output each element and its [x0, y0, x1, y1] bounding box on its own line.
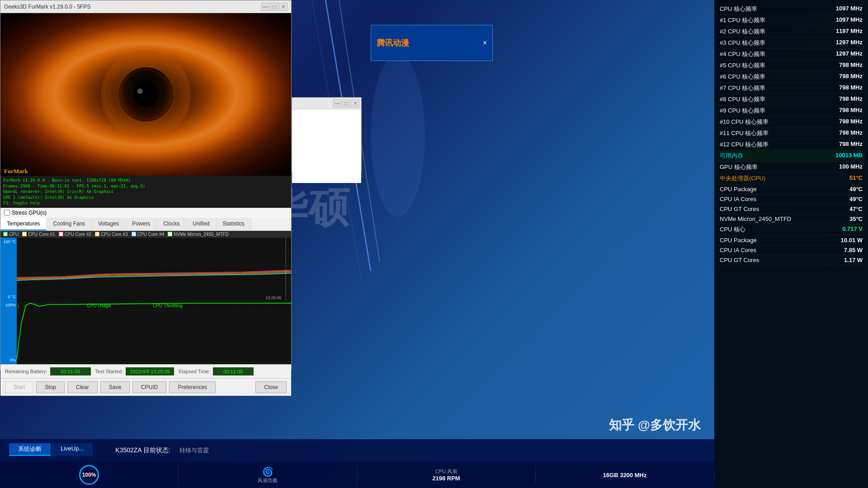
tab-voltages[interactable]: Voltages: [92, 218, 126, 230]
battery-field: Remaining Battery: 03:51:58: [5, 367, 91, 375]
hw-row-cpu6: #6 CPU 核心频率 798 MHz: [717, 71, 865, 83]
test-started-label: Test Started:: [95, 369, 123, 374]
fan-icon-col: 🌀 风扇负载: [179, 465, 357, 486]
hw-value-cpu9: 798 MHz: [839, 107, 863, 115]
temp-chart-svg: 50 49 35 13:29:06: [17, 238, 291, 301]
temp-chart-wrapper: 100 °C 0 °C: [0, 238, 291, 301]
hw-value-cpu8: 798 MHz: [839, 95, 863, 103]
furmark-minimize-btn[interactable]: —: [261, 3, 269, 11]
hw-row-gpu-freq: GPU 核心频率 100 MHz: [717, 162, 865, 173]
legend-core1-cb[interactable]: ✓: [22, 232, 27, 236]
tab-cooling-fans[interactable]: Cooling Fans: [47, 218, 92, 230]
bottom-fan-row: 100% 🌀 风扇负载 CPU 风扇 2198 RPM 16GB 3200 MH…: [0, 462, 714, 488]
legend-core4-label: CPU Core #4: [137, 232, 164, 237]
hw-row-cpu5: #5 CPU 核心频率 798 MHz: [717, 60, 865, 71]
fan-pct-circle: 100%: [79, 465, 99, 485]
furmark-maximize-btn[interactable]: □: [270, 3, 278, 11]
usage-chart-svg: CPU Usage | CPU Throttling 100% 0%: [17, 301, 291, 364]
stress-checkbox[interactable]: [4, 210, 10, 216]
svg-text:13:29:06: 13:29:06: [265, 296, 281, 300]
legend-nvme-label: NVMe Micron_2450_MTFD: [174, 232, 229, 237]
hw-row-mem: 可用内存 10013 MB: [717, 150, 865, 162]
hw-label-gt-temp: CPU GT Cores: [720, 206, 759, 212]
stress-label: Stress GPU(s): [12, 210, 47, 216]
clear-button[interactable]: Clear: [67, 381, 98, 393]
legend-core2: ✓ CPU Core #2: [59, 232, 91, 237]
legend-core2-cb[interactable]: ✓: [59, 232, 63, 236]
hw-value-cpu5: 798 MHz: [839, 61, 863, 70]
stop-button[interactable]: Stop: [36, 381, 65, 393]
tab-powers[interactable]: Powers: [126, 218, 157, 230]
legend-core2-label: CPU Core #2: [65, 232, 91, 237]
hw-value-cpu-v: 0.717 V: [842, 225, 863, 234]
legend-nvme-cb[interactable]: ✓: [168, 232, 172, 236]
legend-core4-cb[interactable]: ✓: [132, 232, 136, 236]
legend-cpu-cb[interactable]: ✓: [3, 232, 8, 236]
fan-load-label: 风扇负载: [258, 477, 278, 484]
hw-label-cpu-v: CPU 核心: [720, 225, 745, 234]
small-content: [292, 109, 361, 183]
tab-unified[interactable]: Unified: [186, 218, 216, 230]
legend-cpu: ✓ CPU: [3, 232, 19, 237]
hw-value-nvme-temp: 35°C: [849, 216, 863, 222]
tab-clocks[interactable]: Clocks: [157, 218, 186, 230]
hw-row-pkg-temp: CPU Package 49°C: [717, 184, 865, 194]
hw-row-cpu12: #12 CPU 核心频率 798 MHz: [717, 139, 865, 150]
legend-core3-cb[interactable]: ✓: [95, 232, 99, 236]
preferences-button[interactable]: Preferences: [169, 381, 216, 393]
furmark-info-line4: GPU 1 (default): Intel(R) Xe Graphics: [3, 195, 288, 201]
tab-bar: Temperatures Cooling Fans Voltages Power…: [0, 218, 291, 231]
hw-row-pkg-w: CPU Package 10.01 W: [717, 235, 865, 245]
furmark-info-line2: Frames:2966 - Time:00:11:01 - FPS:5 (min…: [3, 183, 288, 189]
legend-core3: ✓ CPU Core #3: [95, 232, 127, 237]
battery-value: 03:51:58: [50, 367, 91, 375]
hw-value-cpu-freq: 1097 MHz: [836, 5, 863, 13]
hw-row-cpu7: #7 CPU 核心频率 798 MHz: [717, 83, 865, 94]
legend-nvme: ✓ NVMe Micron_2450_MTFD: [168, 232, 229, 237]
elapsed-label: Elapsed Time:: [179, 369, 210, 374]
liveup-tab[interactable]: LiveUp...: [52, 443, 93, 456]
cpuid-button[interactable]: CPUID: [132, 381, 166, 393]
small-maximize[interactable]: □: [342, 99, 350, 108]
hw-label-cpu5: #5 CPU 核心频率: [720, 61, 765, 70]
save-button[interactable]: Save: [100, 381, 130, 393]
hw-label-cpu1: #1 CPU 核心频率: [720, 16, 765, 24]
cpu-fan-col: CPU 风扇 2198 RPM: [357, 466, 536, 483]
zhihu-watermark: 知乎 @多饮开水: [609, 417, 701, 434]
fan-pct-col: 100%: [0, 463, 179, 487]
mem-col: 16GB 3200 MHz: [536, 470, 714, 480]
hw-row-cpu-v: CPU 核心 0.717 V: [717, 224, 865, 235]
tencent-close-btn[interactable]: ×: [483, 39, 487, 47]
svg-point-8: [137, 89, 143, 94]
tab-temperatures[interactable]: Temperatures: [0, 218, 47, 230]
hw-label-cpu9: #9 CPU 核心频率: [720, 107, 765, 115]
start-button[interactable]: Start: [5, 381, 33, 393]
usage-y-max: 100%: [1, 303, 16, 307]
battery-label: Remaining Battery:: [5, 369, 47, 374]
legend-core3-label: CPU Core #3: [101, 232, 127, 237]
hw-label-cpu7: #7 CPU 核心频率: [720, 84, 765, 92]
small-close[interactable]: ×: [351, 99, 359, 108]
hw-value-cpu11: 798 MHz: [839, 129, 863, 137]
small-minimize[interactable]: —: [333, 99, 341, 108]
tab-statistics[interactable]: Statistics: [217, 218, 251, 230]
hw-value-mem: 10013 MB: [835, 152, 863, 160]
svg-text:|: |: [18, 303, 19, 308]
hw-label-mem: 可用内存: [720, 152, 743, 160]
svg-rect-10: [17, 238, 291, 301]
furmark-info-line3: OpenGL renderer: Intel(R) Iris(R) Xe Gra…: [3, 189, 288, 195]
hw-label-cpu10: #10 CPU 核心频率: [720, 118, 769, 126]
hw-value-cpu10: 798 MHz: [839, 118, 863, 126]
furmark-info-panel: FurMark v1.29.0.0 - Burn-in test, 1280x7…: [0, 176, 291, 208]
hw-row-cpu9: #9 CPU 核心频率 798 MHz: [717, 105, 865, 117]
sys-diag-tab[interactable]: 系统诊断: [9, 443, 51, 456]
tencent-popup: 腾讯动漫 ×: [371, 25, 493, 61]
close-button[interactable]: Close: [255, 381, 287, 393]
small-window: — □ ×: [292, 97, 362, 172]
furmark-title: Geeks3D FurMark v1.29.0.0 - 5FPS: [4, 4, 260, 10]
hw-label-cpu-freq: CPU 核心频率: [720, 5, 757, 13]
hw-label-ia-temp: CPU IA Cores: [720, 196, 756, 202]
elapsed-field: Elapsed Time: 00:11:00: [179, 367, 254, 375]
furmark-close-btn[interactable]: ×: [279, 3, 288, 11]
hw-value-cpu2: 1197 MHz: [836, 28, 863, 36]
